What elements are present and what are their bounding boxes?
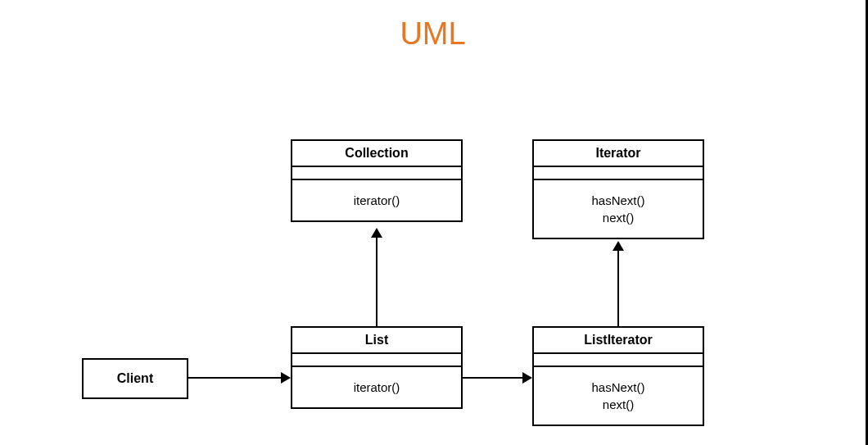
list-method-0: iterator() <box>292 379 461 396</box>
arrow-client-list <box>188 377 281 379</box>
list-attrs <box>292 354 461 367</box>
iterator-method-0: hasNext() <box>534 192 703 209</box>
list-methods: iterator() <box>292 367 461 407</box>
uml-collection-box: Collection iterator() <box>291 139 463 222</box>
collection-name: Collection <box>292 141 461 167</box>
listiterator-methods: hasNext() next() <box>534 367 703 425</box>
iterator-method-1: next() <box>534 209 703 226</box>
list-name: List <box>292 328 461 354</box>
uml-list-box: List iterator() <box>291 326 463 409</box>
client-label: Client <box>117 371 153 385</box>
arrow-list-collection <box>376 238 377 326</box>
uml-client-box: Client <box>82 358 188 399</box>
listiterator-method-1: next() <box>534 396 703 413</box>
arrow-listiterator-iterator <box>617 251 619 326</box>
iterator-attrs <box>534 167 703 180</box>
collection-attrs <box>292 167 461 180</box>
collection-methods: iterator() <box>292 180 461 220</box>
arrow-list-listiterator-head <box>522 372 532 384</box>
iterator-methods: hasNext() next() <box>534 180 703 238</box>
listiterator-attrs <box>534 354 703 367</box>
diagram-title: UML <box>400 16 465 52</box>
uml-iterator-box: Iterator hasNext() next() <box>532 139 704 239</box>
arrow-listiterator-iterator-head <box>613 241 624 251</box>
listiterator-name: ListIterator <box>534 328 703 354</box>
arrow-list-collection-head <box>371 228 382 238</box>
collection-method-0: iterator() <box>292 192 461 209</box>
arrow-list-listiterator <box>463 377 522 379</box>
arrow-client-list-head <box>281 372 291 384</box>
iterator-name: Iterator <box>534 141 703 167</box>
uml-listiterator-box: ListIterator hasNext() next() <box>532 326 704 426</box>
listiterator-method-0: hasNext() <box>534 379 703 396</box>
